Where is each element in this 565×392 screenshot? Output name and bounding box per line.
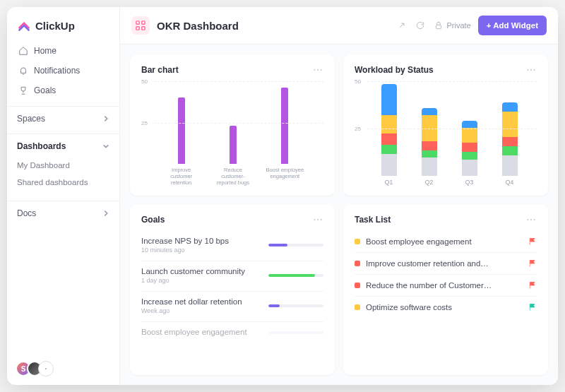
nav-goals[interactable]: Goals (13, 81, 114, 100)
main: OKR Dashboard Private + Add Widget Bar c… (120, 7, 558, 385)
status-dot (355, 304, 360, 310)
sidebar-item-shared-dashboards[interactable]: Shared dashboards (7, 174, 119, 191)
progress-bar (268, 274, 323, 277)
page-title: OKR Dashboard (157, 20, 390, 32)
svg-rect-1 (142, 21, 145, 24)
logo-text: ClickUp (35, 20, 75, 32)
task-list: Boost employee engagement Improve custom… (355, 231, 537, 318)
chevron-right-icon (102, 210, 109, 217)
axis-tick: 25 (141, 119, 148, 126)
svg-rect-0 (136, 21, 139, 24)
chevron-down-icon (102, 143, 109, 150)
avatar-more[interactable]: · (38, 361, 54, 376)
refresh-icon[interactable] (415, 20, 425, 30)
goal-name: Increase NPS by 10 bps (141, 237, 261, 245)
bar[interactable] (281, 88, 288, 164)
stacked-bar[interactable] (502, 102, 518, 176)
card-title: Goals (141, 215, 165, 225)
task-row[interactable]: Optimize software costs (355, 297, 537, 318)
goal-row[interactable]: Launch customer community 1 day ago (141, 261, 323, 292)
stacked-bar[interactable] (381, 84, 397, 176)
card-tasklist: Task List ⋯ Boost employee engagement Im… (343, 204, 548, 375)
task-row[interactable]: Boost employee engagement (355, 231, 537, 253)
task-name: Optimize software costs (366, 303, 523, 311)
goal-name: Launch customer community (141, 267, 261, 275)
privacy-indicator[interactable]: Private (434, 20, 470, 30)
dashboard-icon (131, 16, 150, 35)
goal-row[interactable]: Boost employee engagement (141, 322, 323, 345)
sidebar-footer: S · (7, 352, 119, 385)
bar[interactable] (230, 126, 237, 164)
card-title: Workload by Status (355, 65, 434, 75)
category-label: Q4 (506, 179, 513, 186)
status-dot (355, 239, 360, 244)
goal-time: Week ago (141, 307, 261, 314)
section-label: Dashboards (17, 141, 66, 151)
card-bar-chart: Bar chart ⋯ 2550 Improve customer retent… (130, 54, 335, 196)
axis-tick: 50 (141, 78, 148, 85)
task-row[interactable]: Reduce the number of Customer… (355, 275, 537, 297)
task-name: Reduce the number of Customer… (366, 281, 523, 290)
card-title: Bar chart (141, 65, 179, 75)
section-label: Docs (17, 208, 36, 218)
flag-icon (528, 237, 537, 246)
nav-label: Goals (34, 85, 56, 95)
category-label: Q1 (385, 179, 393, 186)
task-name: Improve customer retention and… (366, 259, 523, 268)
card-title: Task List (355, 215, 391, 225)
expand-icon[interactable] (397, 20, 407, 30)
clickup-logo-icon (17, 18, 31, 32)
nav-label: Home (34, 46, 56, 56)
svg-rect-3 (142, 27, 145, 30)
category-label: Boost employee engagement (263, 167, 306, 186)
add-widget-button[interactable]: + Add Widget (478, 16, 547, 35)
progress-bar (268, 304, 323, 307)
card-more-button[interactable]: ⋯ (526, 64, 537, 76)
category-label: Q3 (465, 179, 473, 186)
category-label: Q2 (425, 179, 433, 186)
section-docs[interactable]: Docs (7, 201, 119, 222)
nav-list: Home Notifications Goals (7, 41, 119, 100)
goal-name: Boost employee engagement (141, 328, 261, 336)
svg-rect-4 (436, 25, 441, 28)
svg-rect-2 (136, 27, 139, 30)
card-more-button[interactable]: ⋯ (526, 214, 537, 225)
privacy-label: Private (446, 21, 470, 30)
lock-icon (434, 20, 444, 30)
goal-row[interactable]: Increase net dollar retention Week ago (141, 292, 323, 322)
sidebar-item-my-dashboard[interactable]: My Dashboard (7, 157, 119, 174)
stacked-bar[interactable] (422, 108, 437, 176)
task-row[interactable]: Improve customer retention and… (355, 253, 537, 275)
logo[interactable]: ClickUp (7, 7, 119, 41)
grid-icon (136, 20, 145, 30)
goal-time: 10 minutes ago (141, 247, 261, 254)
flag-icon (528, 281, 537, 290)
stacked-chart: 2550 Q1Q2Q3Q4 (355, 81, 537, 186)
card-goals: Goals ⋯ Increase NPS by 10 bps 10 minute… (130, 204, 335, 375)
goal-time: 1 day ago (141, 277, 261, 284)
section-dashboards[interactable]: Dashboards (7, 133, 119, 155)
nav-notifications[interactable]: Notifications (13, 61, 114, 81)
content-grid: Bar chart ⋯ 2550 Improve customer retent… (120, 44, 558, 385)
sidebar: ClickUp Home Notifications Goals Spaces … (7, 7, 120, 385)
topbar-actions: Private (397, 20, 470, 30)
section-label: Spaces (17, 114, 45, 124)
bar[interactable] (178, 97, 185, 164)
flag-icon (528, 303, 537, 311)
trophy-icon (18, 85, 28, 95)
nav-home[interactable]: Home (13, 41, 114, 61)
flag-icon (528, 259, 537, 268)
topbar: OKR Dashboard Private + Add Widget (120, 7, 558, 44)
card-more-button[interactable]: ⋯ (313, 214, 323, 225)
goal-row[interactable]: Increase NPS by 10 bps 10 minutes ago (141, 231, 323, 261)
status-dot (355, 261, 360, 266)
card-workload: Workload by Status ⋯ 2550 Q1Q2Q3Q4 (343, 54, 548, 196)
category-label: Reduce customer-reported bugs (212, 167, 254, 186)
progress-bar (268, 331, 323, 334)
card-more-button[interactable]: ⋯ (313, 64, 323, 76)
section-spaces[interactable]: Spaces (7, 106, 119, 128)
bar-chart: 2550 Improve customer retentionReduce cu… (141, 81, 323, 186)
nav-label: Notifications (34, 66, 80, 76)
section-dashboards-body: My Dashboard Shared dashboards (7, 155, 119, 195)
goal-name: Increase net dollar retention (141, 297, 261, 306)
